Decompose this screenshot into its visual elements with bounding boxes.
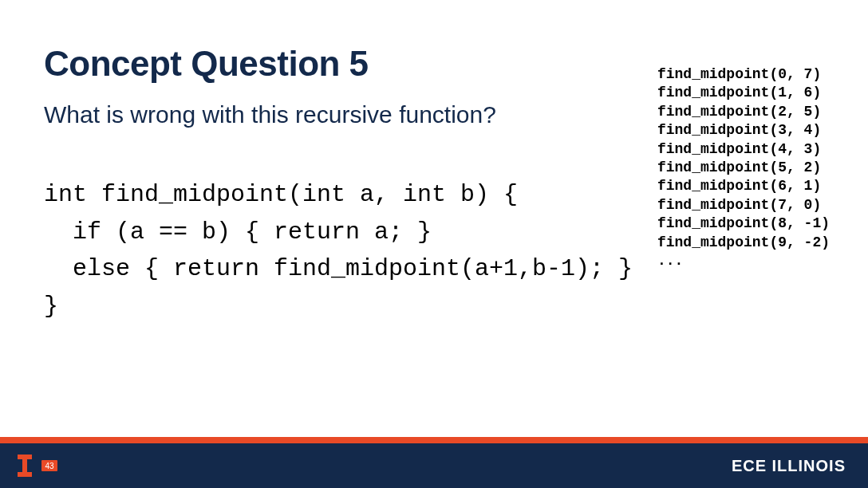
illinois-block-i-icon: [18, 455, 32, 477]
footer: 43 ECE ILLINOIS: [0, 437, 868, 488]
call-trace: find_midpoint(0, 7) find_midpoint(1, 6) …: [657, 65, 830, 270]
footer-logo-group: 43: [18, 455, 57, 477]
dept-suffix: ILLINOIS: [767, 457, 846, 474]
slide: Concept Question 5 What is wrong with th…: [0, 0, 868, 488]
svg-rect-1: [22, 459, 27, 472]
svg-rect-0: [18, 455, 32, 459]
footer-accent-bar: [0, 437, 868, 443]
footer-bar: 43 ECE ILLINOIS: [0, 443, 868, 488]
department-label: ECE ILLINOIS: [732, 457, 846, 475]
dept-prefix: ECE: [732, 457, 767, 474]
page-number-badge: 43: [41, 460, 57, 471]
svg-rect-2: [18, 472, 32, 477]
